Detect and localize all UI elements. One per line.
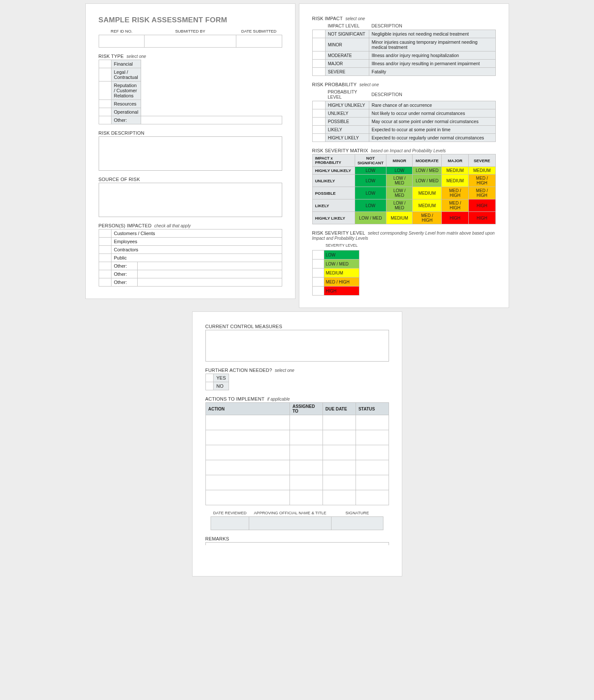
assigned-cell[interactable]	[289, 445, 323, 460]
risk-type-chk[interactable]	[99, 108, 111, 116]
prob-chk[interactable]	[312, 126, 325, 134]
status-cell[interactable]	[356, 430, 389, 445]
person-chk[interactable]	[99, 246, 111, 254]
severity-chk[interactable]	[312, 250, 324, 259]
assigned-cell[interactable]	[289, 460, 323, 475]
severity-chk[interactable]	[312, 287, 324, 296]
date-submitted-input[interactable]	[236, 35, 282, 48]
status-cell[interactable]	[356, 460, 389, 475]
risk-type-chk[interactable]	[99, 116, 111, 124]
action-cell[interactable]	[205, 430, 289, 445]
prob-chk[interactable]	[312, 109, 325, 118]
matrix-cell: LOW	[386, 167, 413, 175]
risk-matrix-table: IMPACT x PROBABILITYNOTSIGNIFICANTMINORM…	[312, 154, 496, 224]
risk-description-input[interactable]	[99, 136, 282, 171]
submitted-by-input[interactable]	[145, 35, 236, 48]
severity-level-text: RISK SEVERITY LEVEL	[312, 230, 365, 235]
impact-chk[interactable]	[312, 38, 325, 51]
risk-impact-hint: select one	[346, 16, 365, 21]
assigned-cell[interactable]	[289, 475, 323, 490]
risk-type-hint: select one	[127, 54, 146, 59]
impact-chk[interactable]	[312, 30, 325, 38]
person-other-input[interactable]	[137, 262, 282, 270]
assigned-cell[interactable]	[289, 430, 323, 445]
prob-chk[interactable]	[312, 101, 325, 109]
impact-chk[interactable]	[312, 60, 325, 68]
current-controls-input[interactable]	[205, 330, 389, 362]
person-other-input[interactable]	[137, 270, 282, 278]
due-cell[interactable]	[323, 490, 356, 505]
matrix-row-label: LIKELY	[312, 199, 355, 212]
further-yes-chk[interactable]	[205, 374, 214, 382]
persons-impacted-table: Customers / ClientsEmployeesContractorsP…	[99, 229, 282, 287]
impact-chk[interactable]	[312, 51, 325, 60]
impact-col1: IMPACT LEVEL	[325, 22, 369, 30]
severity-col: SEVERITY LEVEL	[324, 241, 359, 250]
severity-chk[interactable]	[312, 269, 324, 278]
matrix-cell: LOW / MED	[386, 199, 413, 212]
due-cell[interactable]	[323, 415, 356, 430]
due-cell[interactable]	[323, 475, 356, 490]
signature-input[interactable]	[332, 517, 383, 530]
assigned-cell[interactable]	[289, 490, 323, 505]
risk-type-option: Resources	[111, 100, 141, 108]
person-chk[interactable]	[99, 262, 111, 270]
assigned-cell[interactable]	[289, 415, 323, 430]
person-chk[interactable]	[99, 270, 111, 278]
action-cell[interactable]	[205, 460, 289, 475]
matrix-col: SEVERE	[468, 154, 495, 167]
risk-probability-label: RISK PROBABILITY select one	[312, 82, 496, 87]
matrix-cell: MEDIUM	[442, 175, 469, 187]
prob-desc: May occur at some point under normal cir…	[369, 118, 495, 126]
action-cell[interactable]	[205, 490, 289, 505]
ref-id-input[interactable]	[99, 35, 145, 48]
action-cell[interactable]	[205, 475, 289, 490]
prob-col1: PROBABILITY LEVEL	[325, 88, 369, 101]
person-other-input[interactable]	[137, 278, 282, 287]
person-other-label: Other:	[111, 278, 137, 287]
matrix-cell: LOW	[355, 175, 386, 187]
matrix-cell: LOW	[355, 167, 386, 175]
approver-label: APPROVING OFFICIAL NAME & TITLE	[249, 510, 332, 517]
person-chk[interactable]	[99, 229, 111, 238]
matrix-cell: HIGH	[468, 199, 495, 212]
status-cell[interactable]	[356, 445, 389, 460]
risk-type-chk[interactable]	[99, 100, 111, 108]
impact-desc: Fatality	[369, 68, 495, 76]
further-no-chk[interactable]	[205, 382, 214, 390]
risk-impact-text: RISK IMPACT	[312, 16, 343, 21]
further-action-label: FURTHER ACTION NEEDED? select one	[205, 368, 389, 373]
approver-input[interactable]	[249, 517, 332, 530]
prob-level: HIGHLY LIKELY	[325, 134, 369, 142]
person-chk[interactable]	[99, 238, 111, 246]
status-cell[interactable]	[356, 490, 389, 505]
impact-chk[interactable]	[312, 68, 325, 76]
risk-type-other-input[interactable]	[141, 116, 282, 124]
impact-level: MODERATE	[325, 51, 369, 60]
person-chk[interactable]	[99, 278, 111, 287]
action-cell[interactable]	[205, 445, 289, 460]
matrix-cell: MEDIUM	[468, 167, 495, 175]
risk-type-chk[interactable]	[99, 60, 111, 68]
remarks-input[interactable]	[205, 542, 389, 545]
prob-chk[interactable]	[312, 134, 325, 142]
severity-chk[interactable]	[312, 259, 324, 269]
page-1: SAMPLE RISK ASSESSMENT FORM REF ID NO. S…	[85, 3, 295, 299]
person-chk[interactable]	[99, 254, 111, 262]
status-cell[interactable]	[356, 475, 389, 490]
risk-type-chk[interactable]	[99, 81, 111, 100]
due-cell[interactable]	[323, 460, 356, 475]
prob-level: LIKELY	[325, 126, 369, 134]
due-cell[interactable]	[323, 445, 356, 460]
signoff-table: DATE REVIEWED APPROVING OFFICIAL NAME & …	[211, 510, 383, 530]
source-of-risk-input[interactable]	[99, 183, 282, 217]
action-cell[interactable]	[205, 415, 289, 430]
form-title: SAMPLE RISK ASSESSMENT FORM	[99, 16, 282, 24]
due-cell[interactable]	[323, 430, 356, 445]
status-cell[interactable]	[356, 415, 389, 430]
prob-chk[interactable]	[312, 118, 325, 126]
risk-type-chk[interactable]	[99, 68, 111, 81]
date-reviewed-input[interactable]	[211, 517, 249, 530]
risk-type-table: FinancialLegal / ContractualReputation /…	[99, 60, 282, 124]
severity-chk[interactable]	[312, 278, 324, 287]
